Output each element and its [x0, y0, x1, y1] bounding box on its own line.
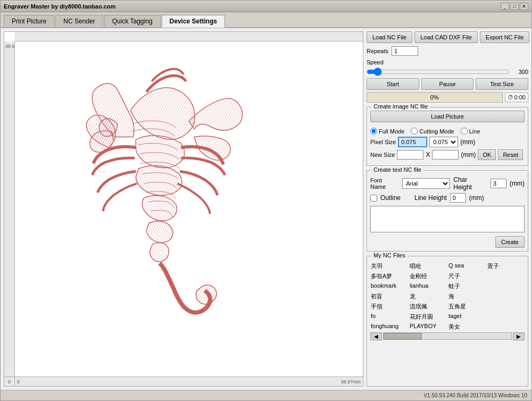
speed-slider[interactable]: [367, 68, 509, 76]
load-nc-file-button[interactable]: Load NC File: [367, 31, 412, 43]
pixel-size-select[interactable]: 0.075 0.1 0.15 0.2: [429, 137, 458, 147]
nc-file-item[interactable]: taget: [448, 312, 486, 321]
nc-file-item[interactable]: fo: [370, 312, 408, 321]
start-button[interactable]: Start: [367, 78, 419, 90]
char-height-input[interactable]: [491, 179, 506, 188]
scroll-left-button[interactable]: ◀: [370, 332, 382, 340]
bottom-bar: V1.50.93.240 Build 2017/10/13 Windows 10: [1, 390, 531, 400]
scroll-right-button[interactable]: ▶: [513, 332, 525, 340]
nc-file-item[interactable]: bookmark: [370, 282, 408, 291]
speed-label: Speed: [367, 59, 388, 65]
nc-file-item[interactable]: lianhua: [409, 282, 447, 291]
scroll-bar[interactable]: [383, 332, 512, 340]
test-size-button[interactable]: Test Size: [476, 78, 528, 90]
tab-quick-tagging[interactable]: Quick Tagging: [104, 15, 161, 27]
reset-button[interactable]: Reset: [498, 149, 523, 160]
new-size-unit: (mm): [461, 151, 476, 158]
new-size-y-input[interactable]: [432, 150, 459, 160]
main-area: 38.97 mm X 38.62 mm 38.62mm: [1, 28, 531, 390]
ruler-top: [15, 32, 363, 41]
export-nc-file-button[interactable]: Export NC File: [480, 31, 530, 43]
speed-slider-row: 300: [367, 68, 528, 76]
nc-file-item[interactable]: Q sea: [448, 262, 486, 271]
canvas-bottom-right: 38.97mm: [340, 379, 361, 385]
nc-file-item[interactable]: 关羽: [370, 262, 408, 271]
nc-file-item[interactable]: 龙: [409, 292, 447, 301]
font-name-label: Font Name: [370, 177, 399, 190]
nc-files-grid: 关羽 唱哈 Q sea 置子 多啦A梦 金刚经 尺子 bookmark lian…: [370, 262, 525, 331]
outline-checkbox[interactable]: [370, 195, 377, 202]
ok-button[interactable]: OK: [478, 149, 496, 160]
top-buttons-row: Load NC File Load CAD DXF File Export NC…: [367, 31, 528, 43]
nc-file-item[interactable]: 美女: [448, 322, 486, 331]
scorpion-drawing: [15, 41, 363, 386]
time-icon: ⏱: [508, 94, 513, 101]
nc-file-item[interactable]: fonghuang: [370, 322, 408, 331]
canvas-corner: 0: [4, 377, 15, 386]
my-nc-files-group: My NC Files 关羽 唱哈 Q sea 置子 多啦A梦 金刚经 尺子 b…: [367, 256, 528, 387]
window-title: Engraver Master by diy8000.taobao.com: [4, 3, 115, 10]
pixel-size-unit: (mm): [460, 138, 475, 146]
load-picture-button[interactable]: Load Picture: [370, 111, 525, 122]
font-select[interactable]: Arial Times New Roman Courier New: [402, 178, 450, 189]
nc-file-item: [487, 272, 525, 281]
mode-radio-row: Full Mode Cutting Mode Line: [370, 128, 525, 135]
tab-print-picture[interactable]: Print Picture: [4, 15, 54, 27]
load-cad-dxf-button[interactable]: Load CAD DXF File: [414, 31, 478, 43]
minimize-button[interactable]: _: [501, 3, 509, 10]
nc-file-item[interactable]: 海: [448, 292, 486, 301]
text-input-area[interactable]: [370, 206, 525, 232]
ruler-left: 38.62mm: [4, 41, 15, 386]
nc-file-item[interactable]: 尺子: [448, 272, 486, 281]
nc-file-item: [487, 292, 525, 301]
char-height-unit: (mm): [510, 180, 525, 187]
repeats-row: Repeats: [367, 46, 528, 56]
nc-files-scroll: ◀ ▶: [370, 332, 525, 340]
nc-file-item[interactable]: 多啦A梦: [370, 272, 408, 281]
repeats-input[interactable]: [392, 46, 418, 56]
tabs-bar: Print Picture NC Sender Quick Tagging De…: [1, 12, 531, 28]
nc-file-item[interactable]: 五角星: [448, 302, 486, 311]
outline-label: Outline: [380, 194, 401, 202]
maximize-button[interactable]: □: [510, 3, 519, 10]
nc-file-item[interactable]: 手指: [370, 302, 408, 311]
create-image-nc-group: Create image NC file Load Picture Full M…: [367, 107, 528, 166]
canvas-bottom-left: 0: [17, 379, 20, 385]
create-text-nc-group: Create text NC file Font Name Arial Time…: [367, 170, 528, 252]
nc-file-item[interactable]: 花好月圆: [409, 312, 447, 321]
nc-file-item[interactable]: 流氓佩: [409, 302, 447, 311]
speed-slider-container: [367, 68, 509, 76]
cutting-mode-radio[interactable]: Cutting Mode: [411, 128, 454, 135]
time-value: 0:00: [514, 94, 526, 101]
line-height-input[interactable]: [450, 193, 466, 203]
nc-file-item[interactable]: 金刚经: [409, 272, 447, 281]
canvas-area: 38.97 mm X 38.62 mm 38.62mm: [4, 31, 363, 387]
right-panel: Load NC File Load CAD DXF File Export NC…: [367, 28, 531, 390]
create-button[interactable]: Create: [495, 236, 525, 248]
nc-file-item[interactable]: 蛙子: [448, 282, 486, 291]
new-size-x-input[interactable]: [397, 150, 423, 160]
close-button[interactable]: ✕: [520, 3, 528, 10]
version-text: V1.50.93.240 Build 2017/10/13 Windows 10: [423, 392, 527, 398]
full-mode-radio[interactable]: Full Mode: [370, 128, 404, 135]
nc-file-item[interactable]: 初盲: [370, 292, 408, 301]
line-mode-radio[interactable]: Line: [461, 128, 480, 135]
new-size-row: New Size X (mm) OK Reset: [370, 149, 525, 160]
nc-file-item[interactable]: PLAYBOY: [409, 322, 447, 331]
line-height-label: Line Height: [414, 194, 447, 202]
time-display: ⏱ 0:00: [505, 93, 528, 102]
create-text-nc-title: Create text NC file: [371, 166, 423, 173]
nc-file-item[interactable]: 唱哈: [409, 262, 447, 271]
nc-file-item: [487, 312, 525, 321]
pixel-size-input[interactable]: [398, 137, 427, 147]
pause-button[interactable]: Pause: [421, 78, 474, 90]
tab-nc-sender[interactable]: NC Sender: [55, 15, 103, 27]
pixel-size-label: Pixel Size: [370, 139, 396, 145]
window-controls: _ □ ✕: [501, 3, 528, 10]
nc-file-item: [487, 322, 525, 331]
nc-file-item[interactable]: 置子: [487, 262, 525, 271]
outline-row: Outline Line Height (mm): [370, 193, 525, 203]
create-image-nc-title: Create image NC file: [371, 103, 430, 110]
tab-device-settings[interactable]: Device Settings: [162, 15, 225, 28]
progress-bar: 0%: [367, 92, 503, 103]
